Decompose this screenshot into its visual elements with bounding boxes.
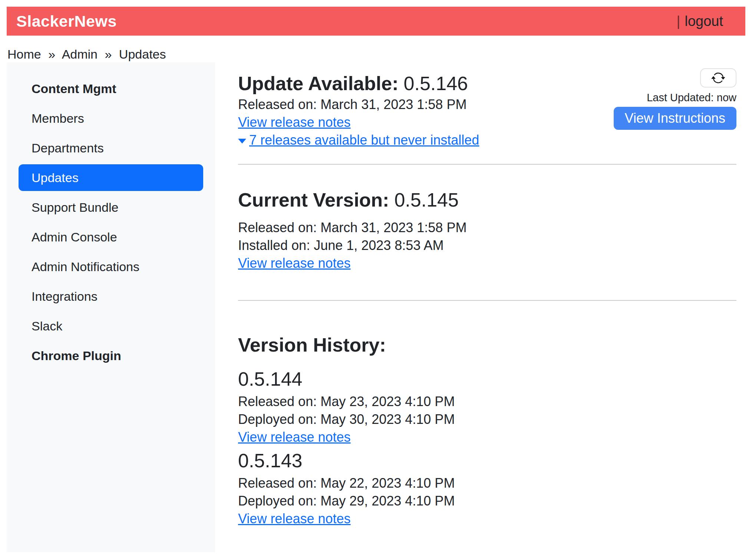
sidebar-item-support-bundle[interactable]: Support Bundle — [19, 194, 203, 221]
sidebar-item-members[interactable]: Members — [19, 105, 203, 132]
page: SlackerNews | logout Home » Admin » Upda… — [0, 0, 752, 552]
history-release-notes-link[interactable]: View release notes — [238, 428, 351, 446]
content-layout: Content Mgmt Members Departments Updates… — [7, 62, 745, 552]
sidebar: Content Mgmt Members Departments Updates… — [7, 62, 215, 552]
breadcrumb-separator: » — [48, 47, 55, 61]
caret-down-icon — [238, 139, 246, 144]
app-header: SlackerNews | logout — [7, 7, 745, 36]
sidebar-item-slack[interactable]: Slack — [19, 313, 203, 339]
sidebar-item-integrations[interactable]: Integrations — [19, 283, 203, 310]
history-version-number: 0.5.144 — [238, 368, 736, 391]
current-version-heading: Current Version:0.5.145 — [238, 188, 736, 211]
history-deployed-on: Deployed on: May 29, 2023 4:10 PM — [238, 492, 736, 510]
version-history-heading: Version History: — [238, 333, 736, 356]
breadcrumb-home[interactable]: Home — [7, 47, 41, 61]
sidebar-item-departments[interactable]: Departments — [19, 135, 203, 161]
update-release-notes-link[interactable]: View release notes — [238, 113, 351, 131]
history-entry: 0.5.143 Released on: May 22, 2023 4:10 P… — [238, 449, 736, 528]
version-history-label: Version History: — [238, 334, 386, 356]
last-updated-status: Last Updated: now — [647, 92, 736, 103]
sidebar-item-admin-console[interactable]: Admin Console — [19, 224, 203, 250]
logout-link[interactable]: logout — [685, 13, 723, 29]
sidebar-item-chrome-plugin[interactable]: Chrome Plugin — [19, 342, 203, 369]
current-installed-on: Installed on: June 1, 2023 8:53 AM — [238, 237, 736, 254]
brand-logo[interactable]: SlackerNews — [16, 12, 117, 30]
pending-releases-toggle[interactable]: 7 releases available but never installed — [238, 131, 736, 149]
current-version-section: Current Version:0.5.145 Released on: Mar… — [238, 188, 736, 272]
breadcrumb: Home » Admin » Updates — [7, 46, 745, 62]
current-version-label: Current Version: — [238, 189, 389, 211]
main-content: Last Updated: now View Instructions Upda… — [215, 62, 745, 552]
current-version-number: 0.5.145 — [394, 189, 459, 211]
refresh-button[interactable] — [700, 68, 736, 88]
history-released-on: Released on: May 22, 2023 4:10 PM — [238, 474, 736, 492]
section-divider — [238, 164, 736, 165]
history-deployed-on: Deployed on: May 30, 2023 4:10 PM — [238, 411, 736, 428]
sidebar-item-admin-notifications[interactable]: Admin Notifications — [19, 253, 203, 280]
update-available-label: Update Available: — [238, 73, 398, 94]
update-controls: Last Updated: now View Instructions — [614, 68, 736, 130]
breadcrumb-admin[interactable]: Admin — [62, 47, 98, 61]
current-released-on: Released on: March 31, 2023 1:58 PM — [238, 219, 736, 237]
version-history-section: Version History: 0.5.144 Released on: Ma… — [238, 333, 736, 528]
header-separator: | — [677, 13, 680, 29]
view-instructions-button[interactable]: View Instructions — [614, 107, 736, 130]
section-divider — [238, 300, 736, 301]
history-release-notes-link[interactable]: View release notes — [238, 510, 351, 528]
sidebar-item-content-mgmt[interactable]: Content Mgmt — [19, 75, 203, 102]
refresh-icon — [711, 71, 725, 85]
header-right: | logout — [677, 13, 723, 29]
breadcrumb-separator: » — [105, 47, 112, 61]
current-release-notes-link[interactable]: View release notes — [238, 254, 351, 272]
history-entry: 0.5.144 Released on: May 23, 2023 4:10 P… — [238, 368, 736, 446]
breadcrumb-updates[interactable]: Updates — [119, 47, 166, 61]
history-version-number: 0.5.143 — [238, 449, 736, 472]
update-available-version: 0.5.146 — [404, 73, 468, 94]
history-released-on: Released on: May 23, 2023 4:10 PM — [238, 393, 736, 411]
pending-releases-link[interactable]: 7 releases available but never installed — [249, 131, 479, 149]
sidebar-item-updates[interactable]: Updates — [19, 164, 203, 191]
